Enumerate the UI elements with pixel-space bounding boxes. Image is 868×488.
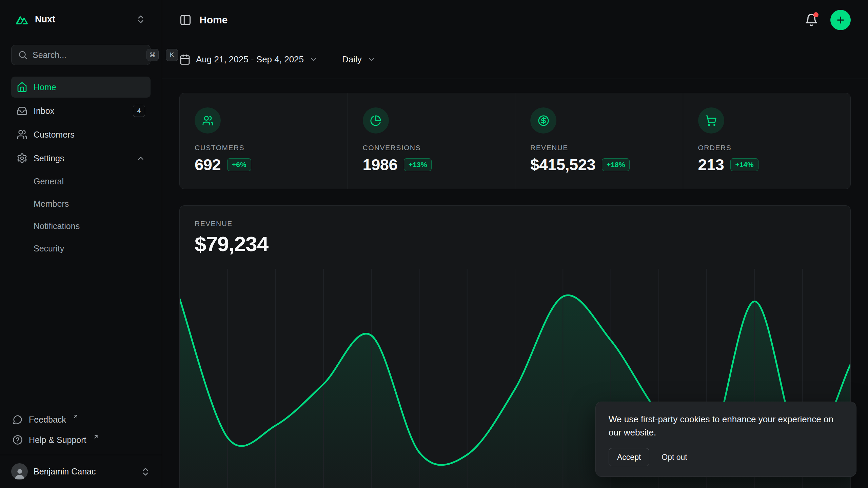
sidebar-item-customers[interactable]: Customers bbox=[11, 124, 151, 145]
sidebar-item-inbox[interactable]: Inbox 4 bbox=[11, 100, 151, 121]
panel-left-icon[interactable] bbox=[179, 14, 192, 26]
chevron-down-icon bbox=[309, 55, 318, 64]
cookie-optout-button[interactable]: Opt out bbox=[662, 453, 687, 462]
nuxt-logo bbox=[16, 14, 29, 25]
stat-conversions[interactable]: CONVERSIONS 1986 +13% bbox=[348, 93, 515, 189]
sidebar-subitem-members[interactable]: Members bbox=[11, 194, 151, 214]
search-box[interactable]: ⌘ K bbox=[11, 45, 151, 65]
stat-label: REVENUE bbox=[530, 144, 668, 152]
command-kbd: ⌘ bbox=[146, 49, 159, 61]
sidebar-nav: Home Inbox 4 Customers Settings General bbox=[11, 77, 151, 258]
chevron-down-icon bbox=[367, 55, 376, 64]
sidebar-item-label: Inbox bbox=[34, 106, 54, 116]
avatar bbox=[11, 463, 28, 480]
chevrons-up-down-icon bbox=[140, 467, 151, 477]
chevrons-up-down-icon bbox=[136, 14, 146, 24]
stat-customers[interactable]: CUSTOMERS 692 +6% bbox=[180, 93, 348, 189]
sidebar-subitem-notifications[interactable]: Notifications bbox=[11, 216, 151, 236]
stat-delta-badge: +14% bbox=[730, 158, 758, 171]
stat-label: CONVERSIONS bbox=[363, 144, 500, 152]
filters-toolbar: Aug 21, 2025 - Sep 4, 2025 Daily bbox=[162, 40, 868, 79]
user-menu[interactable]: Benjamin Canac bbox=[0, 455, 162, 488]
cookie-banner: We use first-party cookies to enhance yo… bbox=[595, 402, 856, 477]
inbox-count-badge: 4 bbox=[133, 105, 145, 117]
pie-chart-icon bbox=[363, 107, 389, 134]
external-link-icon bbox=[73, 413, 79, 420]
help-support-link[interactable]: Help & Support bbox=[11, 430, 151, 450]
feedback-label: Feedback bbox=[29, 415, 66, 425]
granularity-label: Daily bbox=[342, 54, 362, 65]
sidebar-subitem-security[interactable]: Security bbox=[11, 239, 151, 258]
search-input[interactable] bbox=[33, 50, 142, 60]
date-range-picker[interactable]: Aug 21, 2025 - Sep 4, 2025 bbox=[179, 54, 318, 65]
page-title: Home bbox=[199, 14, 228, 26]
stat-delta-badge: +13% bbox=[404, 158, 432, 171]
sidebar-item-settings[interactable]: Settings bbox=[11, 148, 151, 169]
external-link-icon bbox=[93, 434, 99, 440]
stat-orders[interactable]: ORDERS 213 +14% bbox=[683, 93, 851, 189]
calendar-icon bbox=[179, 54, 191, 65]
plus-icon bbox=[835, 15, 846, 25]
settings-icon bbox=[17, 153, 27, 164]
feedback-icon bbox=[13, 414, 23, 425]
workspace-selector[interactable]: Nuxt bbox=[11, 8, 151, 30]
sidebar: Nuxt ⌘ K Home Inbox 4 bbox=[0, 0, 162, 488]
help-icon bbox=[13, 435, 23, 445]
stat-label: ORDERS bbox=[698, 144, 836, 152]
sidebar-item-home[interactable]: Home bbox=[11, 77, 151, 98]
stat-value: 213 bbox=[698, 155, 724, 174]
help-support-label: Help & Support bbox=[29, 435, 86, 445]
revenue-card-label: REVENUE bbox=[195, 220, 835, 228]
page-header: Home bbox=[162, 0, 868, 40]
home-icon bbox=[17, 82, 27, 93]
users-icon bbox=[17, 129, 27, 140]
stats-row: CUSTOMERS 692 +6% CONVERSIONS 1986 +13% bbox=[179, 93, 851, 189]
cookie-message: We use first-party cookies to enhance yo… bbox=[609, 413, 843, 439]
granularity-select[interactable]: Daily bbox=[342, 54, 376, 65]
sidebar-item-label: Home bbox=[34, 82, 56, 92]
stat-value: 1986 bbox=[363, 155, 398, 174]
workspace-name: Nuxt bbox=[35, 14, 55, 25]
sidebar-item-label: Customers bbox=[34, 130, 75, 140]
stat-revenue[interactable]: REVENUE $415,523 +18% bbox=[515, 93, 683, 189]
notification-dot bbox=[813, 12, 818, 17]
date-range-label: Aug 21, 2025 - Sep 4, 2025 bbox=[196, 54, 304, 65]
revenue-card-value: $79,234 bbox=[195, 232, 835, 256]
notifications-button[interactable] bbox=[805, 13, 818, 27]
sidebar-subitem-general[interactable]: General bbox=[11, 171, 151, 191]
stat-label: CUSTOMERS bbox=[195, 144, 333, 152]
stat-delta-badge: +6% bbox=[227, 158, 251, 171]
stat-delta-badge: +18% bbox=[602, 158, 630, 171]
search-icon bbox=[18, 50, 28, 60]
cart-icon bbox=[698, 107, 724, 134]
user-name: Benjamin Canac bbox=[34, 467, 96, 476]
feedback-link[interactable]: Feedback bbox=[11, 409, 151, 430]
add-button[interactable] bbox=[830, 10, 851, 30]
chevron-up-icon bbox=[136, 154, 145, 163]
cookie-accept-button[interactable]: Accept bbox=[609, 448, 649, 466]
sidebar-footer: Feedback Help & Support Benjamin Canac bbox=[11, 409, 151, 488]
users-icon bbox=[195, 107, 221, 134]
inbox-icon bbox=[17, 105, 27, 116]
sidebar-item-label: Settings bbox=[34, 154, 64, 163]
stat-value: 692 bbox=[195, 155, 221, 174]
dollar-circle-icon bbox=[530, 107, 556, 134]
stat-value: $415,523 bbox=[530, 155, 595, 174]
